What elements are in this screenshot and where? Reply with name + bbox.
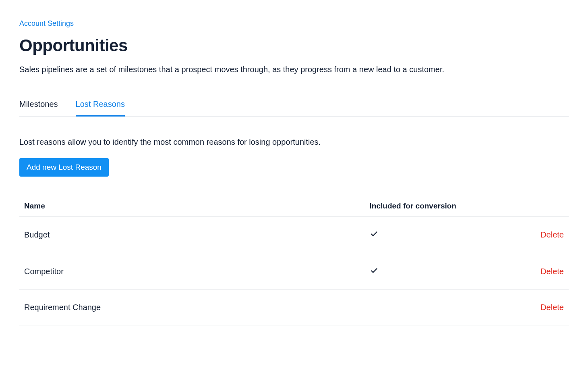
tabs-container: Milestones Lost Reasons — [19, 100, 569, 117]
row-included — [370, 229, 510, 240]
check-icon — [370, 229, 379, 240]
table-row: Budget Delete — [19, 217, 569, 253]
row-included — [370, 266, 510, 277]
column-header-name: Name — [24, 202, 370, 210]
lost-reasons-table: Name Included for conversion Budget Dele… — [19, 196, 569, 325]
page-title: Opportunities — [19, 36, 569, 55]
table-row: Competitor Delete — [19, 253, 569, 290]
section-description: Lost reasons allow you to identify the m… — [19, 137, 569, 147]
row-name: Competitor — [24, 267, 370, 276]
breadcrumb-account-settings[interactable]: Account Settings — [19, 19, 74, 28]
column-header-included: Included for conversion — [370, 202, 510, 210]
add-lost-reason-button[interactable]: Add new Lost Reason — [19, 158, 109, 177]
page-description: Sales pipelines are a set of milestones … — [19, 63, 569, 75]
delete-button[interactable]: Delete — [540, 267, 564, 276]
row-name: Requirement Change — [24, 303, 370, 312]
check-icon — [370, 266, 379, 277]
table-row: Requirement Change Delete — [19, 290, 569, 325]
delete-button[interactable]: Delete — [540, 230, 564, 239]
row-name: Budget — [24, 230, 370, 240]
tab-lost-reasons[interactable]: Lost Reasons — [76, 100, 125, 117]
column-header-actions — [510, 202, 564, 210]
tab-milestones[interactable]: Milestones — [19, 100, 58, 117]
table-header: Name Included for conversion — [19, 196, 569, 217]
delete-button[interactable]: Delete — [540, 303, 564, 312]
